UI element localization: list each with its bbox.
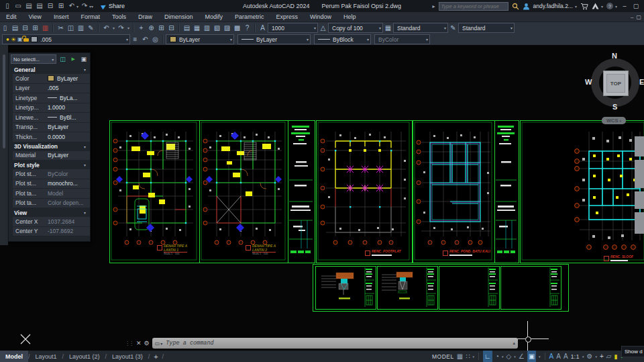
cut-icon[interactable]: ✂	[56, 22, 66, 34]
tab-layout1-2[interactable]: Layout1 (2)	[64, 351, 105, 362]
plot-style-combo[interactable]: ByColor▾	[374, 34, 430, 44]
help-icon[interactable]: ?	[606, 3, 613, 9]
auto-scale-icon[interactable]: A	[556, 351, 561, 362]
prop-row-lineweight[interactable]: Linewe... ByBl...	[13, 113, 90, 123]
sheet-denah-lantai-2[interactable]: DENAH TIPE A LANTAI 2 Skala 1 : 100	[199, 120, 288, 263]
command-line[interactable]: ⋮⋮ ✕ ⚙ ▭ ▾ Type a command ▴	[125, 338, 518, 349]
selection-combo[interactable]: No selecti...▾	[11, 54, 56, 64]
zoom-previous-icon[interactable]: ⊟	[166, 22, 176, 34]
new-file-icon[interactable]: ▯	[3, 0, 12, 12]
sheet-set-icon[interactable]: ▧	[212, 22, 222, 34]
prop-row-plot-style-table[interactable]: Plot st... monochro...	[13, 179, 90, 189]
markup-icon[interactable]: ▨	[222, 22, 232, 34]
redo-icon[interactable]: ↷	[80, 0, 89, 12]
menu-modify[interactable]: Modify	[199, 12, 229, 21]
workspace-dropdown-icon[interactable]: ▾	[595, 355, 597, 359]
command-input[interactable]: ▭ ▾ Type a command ▴	[152, 338, 518, 349]
redo-dropdown-icon[interactable]: ▾	[126, 26, 131, 30]
doc-minimize-button[interactable]: –	[631, 14, 633, 20]
undo-dropdown-icon[interactable]: ▾	[76, 4, 78, 9]
search-input[interactable]	[439, 2, 508, 11]
annotation-scale-icon[interactable]: A	[564, 351, 568, 362]
undo-icon[interactable]: ↶	[67, 0, 76, 12]
model-space-button[interactable]: MODEL	[432, 353, 454, 360]
linetype-combo[interactable]: ByLayer▾	[237, 34, 311, 44]
viewcube-south[interactable]: S	[612, 103, 617, 111]
iso-drafting-icon[interactable]: ◇	[506, 351, 511, 362]
save-icon[interactable]: ▤	[10, 22, 20, 34]
quick-select-icon[interactable]: ▣	[79, 55, 88, 63]
undo-dropdown-icon[interactable]: ▾	[111, 26, 116, 30]
polar-tracking-icon[interactable]: ◔	[495, 351, 499, 362]
plot-preview-icon[interactable]: ⊞	[30, 22, 40, 34]
menu-view[interactable]: View	[23, 12, 48, 21]
prop-row-plot-style[interactable]: Plot st... ByColor	[13, 169, 90, 179]
layer-previous-icon[interactable]: ↶	[140, 34, 150, 45]
section-view[interactable]: View▾	[9, 208, 90, 217]
toggle-pickadd-icon[interactable]: ◫	[58, 55, 67, 63]
detail-sheet-group[interactable]	[313, 264, 569, 312]
menu-insert[interactable]: Insert	[48, 12, 75, 21]
share-button[interactable]: Share	[109, 3, 125, 9]
table-style-combo[interactable]: Standard▾	[393, 23, 448, 33]
viewcube-west[interactable]: W	[585, 78, 592, 86]
command-recent-dropdown-icon[interactable]: ▾	[160, 341, 162, 346]
prop-row-material[interactable]: Material ByLayer	[13, 151, 90, 161]
table-style-icon[interactable]: ▦	[383, 22, 393, 34]
prop-row-thickness[interactable]: Thickn... 0.0000	[13, 132, 90, 142]
print-icon[interactable]: ⊞	[56, 0, 66, 12]
menu-format[interactable]: Format	[74, 12, 106, 21]
prop-row-layer[interactable]: Layer .005	[13, 84, 90, 94]
publish-icon[interactable]: ▥	[40, 22, 50, 34]
quickcalc-icon[interactable]: ▩	[232, 22, 242, 34]
annotation-monitor-icon[interactable]: +	[600, 351, 604, 362]
layer-properties-icon[interactable]: ≡	[130, 34, 140, 45]
wcs-selector[interactable]: WCS▾	[602, 117, 626, 124]
graphics-performance-icon[interactable]: ▮	[614, 353, 618, 360]
prop-row-center-y[interactable]: Center Y -107.8692	[13, 227, 90, 237]
command-drag-handle[interactable]: ⋮⋮	[125, 341, 133, 347]
object-snap-icon[interactable]: ▣	[527, 351, 536, 362]
match-properties-icon[interactable]: ✎	[86, 22, 96, 34]
sheet-renc-pondasi[interactable]: RENC. POND. BATU KALI	[413, 120, 495, 263]
mleader-style-combo[interactable]: Standard▾	[458, 23, 515, 33]
workspace-gear-icon[interactable]: ⚙	[586, 351, 592, 362]
detail-sheet-2[interactable]	[377, 266, 438, 310]
iso-dropdown-icon[interactable]: ▾	[514, 355, 516, 359]
autodesk-dropdown-icon[interactable]: ▾	[601, 4, 603, 9]
annotation-visibility-icon[interactable]: A	[549, 351, 554, 362]
detail-sheet-4[interactable]	[500, 266, 561, 310]
help-icon[interactable]: ?	[242, 22, 252, 34]
prop-row-linetype-scale[interactable]: Linetyp... 1.0000	[13, 103, 90, 114]
prop-row-center-x[interactable]: Center X 1037.2684	[13, 217, 90, 227]
dim-style-icon[interactable]: △	[318, 22, 328, 34]
viewcube-north[interactable]: N	[612, 52, 617, 60]
sheet-renc-sloof[interactable]: RENC. SLOOF	[520, 120, 644, 263]
isolate-objects-icon[interactable]: ▱	[606, 351, 612, 362]
tool-palettes-icon[interactable]: ▥	[202, 22, 212, 34]
tab-layout1-3[interactable]: Layout1 (3)	[107, 351, 148, 362]
select-objects-icon[interactable]: ▶	[69, 55, 78, 63]
copy-icon[interactable]: ◫	[66, 22, 76, 34]
object-snap-tracking-icon[interactable]: ∠	[519, 351, 525, 362]
menu-help[interactable]: Help	[337, 12, 362, 21]
scale-list-combo[interactable]: Copy of 100▾	[328, 23, 383, 33]
menu-express[interactable]: Express	[270, 12, 305, 21]
section-plot-style[interactable]: Plot style▾	[9, 161, 90, 169]
section-general[interactable]: General▾	[9, 65, 90, 74]
command-customize-icon[interactable]: ⚙	[144, 340, 150, 347]
lineweight-combo[interactable]: ByBlock▾	[314, 34, 371, 44]
menu-draw[interactable]: Draw	[132, 12, 158, 21]
mleader-style-icon[interactable]: ✎	[448, 22, 458, 34]
dim-scale-combo[interactable]: 1000▾	[268, 23, 318, 33]
annotation-scale-value[interactable]: 1:1	[571, 353, 580, 360]
prop-row-color[interactable]: Color ByLayer	[13, 74, 90, 84]
layer-combo[interactable]: ● ☀ ▣ .005▾	[2, 34, 130, 44]
plot-icon[interactable]: ⊟	[46, 0, 55, 12]
command-recent-icon[interactable]: ▭	[155, 341, 160, 347]
color-combo[interactable]: ByLayer▾	[166, 34, 234, 44]
grid-icon[interactable]: ▦	[457, 351, 463, 362]
osnap-dropdown-icon[interactable]: ▾	[539, 355, 541, 359]
menu-dimension[interactable]: Dimension	[158, 12, 199, 21]
help-dropdown-icon[interactable]: ▾	[615, 4, 617, 9]
